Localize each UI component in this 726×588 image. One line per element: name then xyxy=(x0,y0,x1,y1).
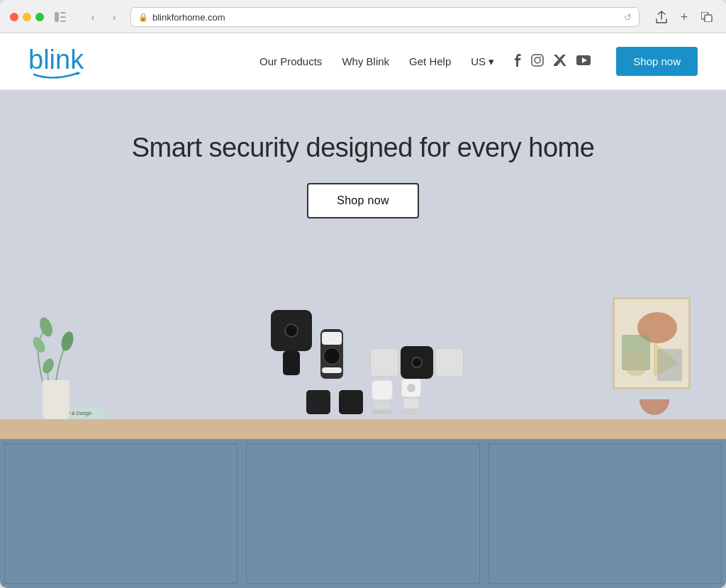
cabinet-section-right xyxy=(488,443,722,584)
nav-our-products[interactable]: Our Products xyxy=(259,55,322,67)
svg-point-14 xyxy=(60,330,76,352)
svg-rect-8 xyxy=(532,55,543,66)
refresh-icon[interactable]: ↺ xyxy=(624,12,632,23)
svg-rect-3 xyxy=(60,21,66,22)
url-text: blinkforhome.com xyxy=(152,12,225,23)
share-button[interactable] xyxy=(652,8,671,26)
facebook-icon[interactable] xyxy=(514,54,521,70)
logo[interactable]: blink xyxy=(28,42,92,82)
cabinet-section-left xyxy=(4,443,238,584)
nav-shop-now-button[interactable]: Shop now xyxy=(616,47,698,76)
shelf-cameras xyxy=(306,379,421,414)
nav-why-blink[interactable]: Why Blink xyxy=(342,55,389,67)
browser-nav: ‹ › xyxy=(84,8,123,26)
plant-vase xyxy=(43,380,69,419)
cabinet-section-middle xyxy=(246,443,479,584)
doorbell-camera xyxy=(320,329,343,379)
hero-shop-now-button[interactable]: Shop now xyxy=(307,183,419,218)
floodlight-camera xyxy=(370,346,464,379)
svg-text:blink: blink xyxy=(28,45,84,74)
browser-actions: + xyxy=(652,8,716,26)
svg-rect-21 xyxy=(657,349,682,381)
youtube-icon[interactable] xyxy=(576,55,591,68)
twitter-icon[interactable] xyxy=(554,55,566,69)
cabinet-body xyxy=(0,439,726,588)
svg-point-13 xyxy=(38,316,55,338)
svg-rect-5 xyxy=(705,15,712,22)
svg-point-10 xyxy=(540,56,542,57)
back-button[interactable]: ‹ xyxy=(84,8,102,26)
website: blink Our Products Why Blink Get Help US… xyxy=(0,33,726,588)
browser-chrome: ‹ › 🔒 blinkforhome.com ↺ + xyxy=(0,0,726,33)
windows-button[interactable] xyxy=(698,8,716,26)
new-tab-button[interactable]: + xyxy=(675,8,693,26)
lock-icon: 🔒 xyxy=(138,13,148,22)
svg-point-9 xyxy=(535,57,540,63)
site-navigation: blink Our Products Why Blink Get Help US… xyxy=(0,33,726,90)
indoor-camera xyxy=(372,380,393,414)
mini-camera-2 xyxy=(339,390,363,414)
pan-tilt-camera xyxy=(401,379,421,414)
svg-point-15 xyxy=(30,335,48,355)
svg-rect-2 xyxy=(60,16,66,18)
address-bar[interactable]: 🔒 blinkforhome.com ↺ xyxy=(130,7,640,27)
svg-point-16 xyxy=(40,357,56,375)
svg-rect-0 xyxy=(55,12,59,22)
outdoor-camera xyxy=(271,310,312,375)
minimize-dot[interactable] xyxy=(23,13,31,21)
nav-locale[interactable]: US ▾ xyxy=(471,55,494,68)
plant-decoration xyxy=(43,380,69,419)
hero-headline: Smart security designed for every home xyxy=(132,133,595,163)
logo-area: blink xyxy=(28,42,92,82)
shelf-surface xyxy=(0,419,726,439)
svg-point-22 xyxy=(623,350,649,376)
instagram-icon[interactable] xyxy=(531,54,544,70)
mini-camera-1 xyxy=(306,390,330,414)
hero-text: Smart security designed for every home S… xyxy=(132,90,595,218)
maximize-dot[interactable] xyxy=(35,13,44,21)
close-dot[interactable] xyxy=(10,13,18,21)
nav-links: Our Products Why Blink Get Help US ▾ xyxy=(259,47,698,76)
svg-rect-1 xyxy=(60,12,66,13)
artwork-frame xyxy=(613,297,691,389)
browser-window: ‹ › 🔒 blinkforhome.com ↺ + xyxy=(0,0,726,588)
forward-button[interactable]: › xyxy=(105,8,123,26)
nav-get-help[interactable]: Get Help xyxy=(409,55,451,67)
bowl-decoration xyxy=(640,399,669,415)
browser-dots xyxy=(10,13,44,21)
nav-social xyxy=(514,54,591,70)
hero-section: Smart security designed for every home S… xyxy=(0,90,726,588)
sidebar-toggle-button[interactable] xyxy=(51,8,69,26)
